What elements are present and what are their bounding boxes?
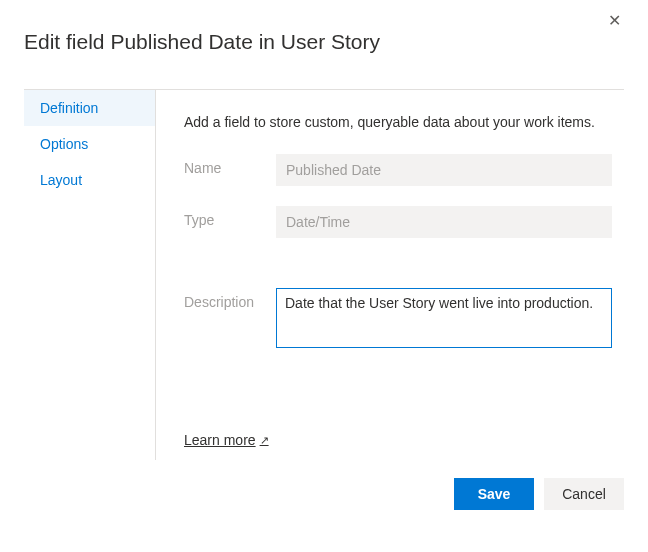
edit-field-dialog: ✕ Edit field Published Date in User Stor… — [0, 0, 648, 552]
row-type: Type Date/Time — [184, 206, 612, 238]
learn-more-text: Learn more — [184, 432, 256, 448]
field-name: Published Date — [276, 154, 612, 186]
external-link-icon: ↗ — [260, 434, 269, 447]
dialog-body: Definition Options Layout Add a field to… — [24, 90, 624, 460]
close-icon[interactable]: ✕ — [604, 10, 624, 30]
tab-list: Definition Options Layout — [24, 90, 156, 460]
label-name: Name — [184, 154, 276, 176]
dialog-footer: Save Cancel — [24, 460, 624, 510]
definition-pane: Add a field to store custom, queryable d… — [156, 90, 624, 460]
learn-more-link[interactable]: Learn more ↗ — [184, 432, 612, 448]
dialog-title: Edit field Published Date in User Story — [24, 30, 624, 54]
description-input[interactable] — [276, 288, 612, 348]
cancel-button[interactable]: Cancel — [544, 478, 624, 510]
row-description: Description — [184, 288, 612, 348]
pane-description: Add a field to store custom, queryable d… — [184, 114, 612, 130]
field-type: Date/Time — [276, 206, 612, 238]
tab-layout[interactable]: Layout — [24, 162, 155, 198]
label-description: Description — [184, 288, 276, 310]
save-button[interactable]: Save — [454, 478, 534, 510]
tab-definition[interactable]: Definition — [24, 90, 155, 126]
label-type: Type — [184, 206, 276, 228]
row-name: Name Published Date — [184, 154, 612, 186]
tab-options[interactable]: Options — [24, 126, 155, 162]
